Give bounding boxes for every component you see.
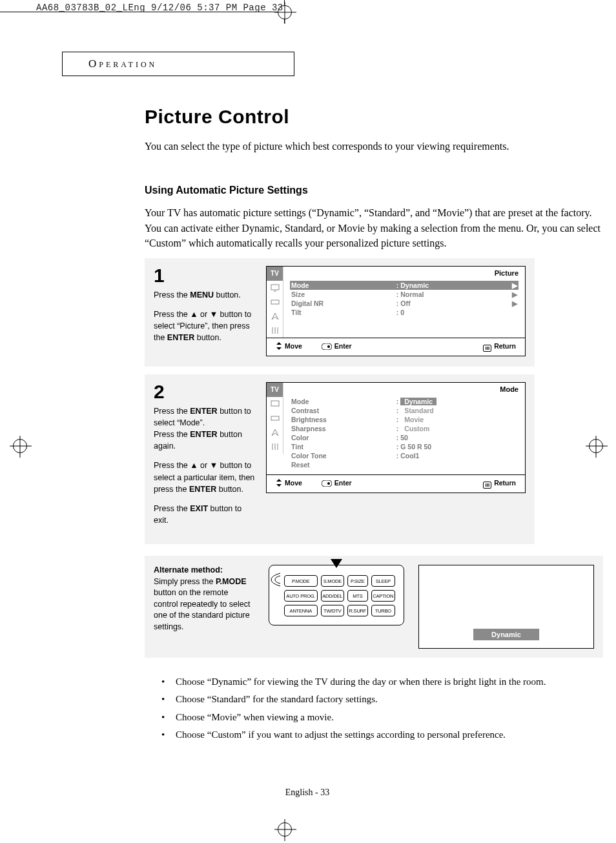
osd-screenshot-2: TV Mode Mode: DynamicContrast: StandardB… — [266, 382, 526, 493]
remote-emitter-icon — [269, 572, 280, 587]
osd-value: : Dynamic — [395, 281, 509, 290]
osd-label: Digital NR — [290, 299, 395, 308]
page-content: Operation Picture Control You can select… — [62, 52, 553, 798]
remote-diagram: P.MODES.MODEP.SIZESLEEPAUTO PROG.ADD/DEL… — [269, 565, 404, 625]
osd-row: Tint: G 50 R 50 — [290, 442, 518, 451]
osd-arrow — [509, 442, 518, 451]
osd-arrow — [509, 406, 518, 415]
step-number: 1 — [154, 266, 256, 285]
step-2-block: 2 Press the ENTER button to select “Mode… — [145, 374, 535, 544]
section-header: Operation — [88, 57, 157, 70]
osd-title: Picture — [495, 269, 518, 277]
osd-value: : Dynamic — [395, 397, 509, 406]
osd-label: Tint — [290, 442, 395, 451]
osd-row: Mode: Dynamic▶ — [290, 281, 518, 290]
osd-value: : Custom — [395, 424, 509, 433]
osd-tab-icons: TV — [267, 267, 283, 338]
osd-tab-setup-icon — [267, 323, 283, 338]
text: Press the — [154, 290, 190, 300]
page-title: Picture Control — [145, 106, 553, 128]
remote-button: P.SIZE — [347, 575, 368, 587]
remote-button: AUTO PROG. — [284, 590, 318, 602]
osd-row: Digital NR: Off▶ — [290, 299, 518, 308]
notes-list: Choose “Dynamic” for viewing the TV duri… — [158, 675, 610, 742]
osd-arrow — [509, 433, 518, 442]
osd-value: : G 50 R 50 — [395, 442, 509, 451]
text: button. — [214, 290, 241, 300]
text: button on the remote control repeatedly … — [154, 588, 250, 631]
step-2-text: 2 Press the ENTER button to select “Mode… — [154, 382, 256, 534]
svg-rect-2 — [271, 300, 279, 304]
osd-value: : 50 — [395, 433, 509, 442]
text: Enter — [334, 342, 352, 350]
text: Enter — [334, 479, 352, 487]
registration-mark — [13, 439, 27, 453]
remote-button: R.SURF — [347, 605, 368, 616]
osd-menu-table: Mode: DynamicContrast: StandardBrightnes… — [290, 397, 518, 469]
svg-marker-13 — [272, 429, 278, 436]
osd-label: Size — [290, 290, 395, 299]
sub-heading: Using Automatic Picture Settings — [145, 185, 553, 196]
osd-row: Contrast: Standard — [290, 406, 518, 415]
osd-arrow — [509, 451, 518, 460]
svg-marker-18 — [276, 484, 282, 487]
text: Return — [494, 479, 516, 487]
osd-row: Color: 50 — [290, 433, 518, 442]
text: button. — [216, 485, 243, 494]
svg-rect-11 — [271, 401, 279, 406]
step-number: 2 — [154, 382, 256, 401]
section-header-box: Operation — [62, 52, 294, 76]
osd-tab-channel-icon — [267, 425, 283, 440]
osd-screenshot-1: TV Picture Mode: Dynamic▶Size: Normal▶Di… — [266, 266, 526, 356]
print-slugline: AA68_03783B_02_LEng 9/12/06 5:37 PM Page… — [36, 3, 283, 13]
osd-arrow: ▶ — [509, 299, 518, 308]
osd-arrow — [509, 424, 518, 433]
osd-label: Mode — [290, 281, 395, 290]
osd-value: : Cool1 — [395, 451, 509, 460]
osd-tab-setup-icon — [267, 440, 283, 454]
remote-button: TW/DTV — [321, 605, 344, 616]
text: Simply press the — [154, 577, 216, 586]
text: ENTER — [167, 333, 194, 342]
registration-mark — [278, 822, 292, 837]
osd-row: Brightness: Movie — [290, 415, 518, 424]
osd-label: Reset — [290, 460, 395, 469]
text: Press the — [154, 430, 190, 439]
remote-button: S.MODE — [321, 575, 344, 587]
text: Move — [285, 479, 302, 487]
return-icon: III — [483, 345, 491, 352]
osd-tab-sound-icon — [267, 295, 283, 309]
osd-tab-picture-icon — [267, 281, 283, 295]
osd-arrow — [509, 397, 518, 406]
svg-marker-8 — [276, 347, 282, 350]
text: P.MODE — [216, 577, 247, 586]
remote-button: MTS — [347, 590, 368, 602]
osd-label: Contrast — [290, 406, 395, 415]
osd-label: Mode — [290, 397, 395, 406]
text: ENTER — [189, 485, 216, 494]
osd-arrow: ▶ — [509, 281, 518, 290]
step-1-text: 1 Press the MENU button. Press the ▲ or … — [154, 266, 256, 352]
svg-marker-17 — [276, 479, 282, 482]
osd-footer: Move Enter IIIReturn — [267, 474, 525, 493]
osd-label: Tilt — [290, 308, 395, 317]
alternate-text: Alternate method: Simply press the P.MOD… — [154, 565, 254, 633]
osd-title: Mode — [500, 385, 518, 393]
note-item: Choose “Custom” if you want to adjust th… — [158, 727, 610, 742]
note-item: Choose “Movie” when viewing a movie. — [158, 710, 610, 725]
registration-mark — [589, 439, 603, 453]
osd-arrow: ▶ — [509, 290, 518, 299]
text: button. — [194, 333, 221, 342]
svg-marker-21 — [331, 559, 342, 568]
text: Press the — [154, 407, 190, 416]
osd-row: Color Tone: Cool1 — [290, 451, 518, 460]
note-item: Choose “Dynamic” for viewing the TV duri… — [158, 675, 610, 689]
remote-button: TURBO — [371, 605, 395, 616]
osd-tab-tv: TV — [267, 383, 283, 397]
osd-label: Sharpness — [290, 424, 395, 433]
osd-tab-tv: TV — [267, 267, 283, 281]
text: Move — [285, 342, 302, 350]
osd-arrow — [509, 415, 518, 424]
remote-button: SLEEP — [371, 575, 395, 587]
text: ENTER — [190, 430, 217, 439]
